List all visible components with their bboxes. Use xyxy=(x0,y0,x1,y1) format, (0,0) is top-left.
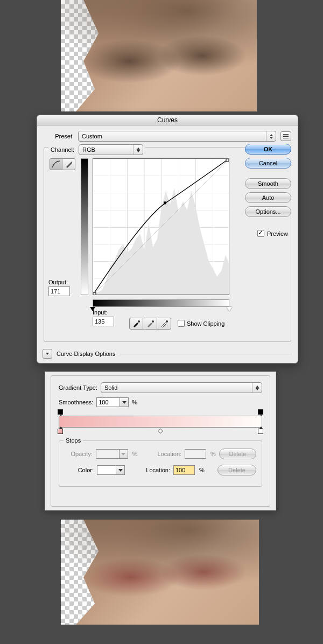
opacity-flyout-button xyxy=(120,449,128,459)
curve-path xyxy=(93,159,229,295)
stops-group-label: Stops xyxy=(64,437,83,444)
ok-button[interactable]: OK xyxy=(245,144,291,155)
opacity-field xyxy=(96,449,128,459)
image-content xyxy=(61,0,257,111)
gradient-type-value: Solid xyxy=(104,384,117,391)
channel-select[interactable]: RGB xyxy=(79,144,143,155)
options-button[interactable]: Options... xyxy=(245,206,291,217)
curve-tools xyxy=(50,158,75,170)
show-clipping-label: Show Clipping xyxy=(187,320,224,327)
stops-group: Stops Opacity: % Location: % Delete Colo… xyxy=(59,440,262,487)
dialog-body: Preset: Custom Channel: RGB xyxy=(37,125,298,363)
image-content xyxy=(61,520,259,625)
gradient-type-select[interactable]: Solid xyxy=(101,382,262,393)
expand-options-button[interactable] xyxy=(43,349,52,359)
select-caret-icon xyxy=(266,131,276,141)
color-swatch[interactable] xyxy=(97,465,116,475)
percent-label: % xyxy=(210,451,216,457)
color-label: Color: xyxy=(65,467,94,473)
midpoint-handle[interactable] xyxy=(158,429,163,434)
svg-line-0 xyxy=(93,159,229,295)
output-field: Output: xyxy=(48,279,70,296)
svg-rect-2 xyxy=(164,201,166,204)
gradient-group: Gradient Type: Solid Smoothness: % Stops xyxy=(51,375,270,507)
preview-row: Preview xyxy=(257,230,288,237)
preset-row: Preset: Custom xyxy=(44,131,291,142)
opacity-location-label: Location: xyxy=(151,451,182,457)
curves-dialog: Curves Preset: Custom Channel: RGB xyxy=(37,115,298,363)
color-stop-right[interactable] xyxy=(258,429,263,434)
gradient-type-label: Gradient Type: xyxy=(59,384,97,391)
opacity-stop-right[interactable] xyxy=(258,409,263,415)
display-options-label: Curve Display Options xyxy=(57,351,115,357)
preview-label: Preview xyxy=(267,230,288,237)
opacity-label: Opacity: xyxy=(65,451,93,457)
vertical-gradient-ramp xyxy=(81,158,88,295)
input-label: Input: xyxy=(93,309,114,316)
color-stop-left[interactable] xyxy=(58,429,63,434)
preview-image-before xyxy=(61,0,257,111)
svg-rect-1 xyxy=(93,292,96,295)
color-stop-row: Color: Location: % Delete xyxy=(65,465,256,475)
preset-menu-button[interactable] xyxy=(280,131,291,141)
color-location-label: Location: xyxy=(138,467,170,473)
black-eyedropper[interactable] xyxy=(129,318,143,330)
output-label: Output: xyxy=(48,279,70,285)
channel-label: Channel: xyxy=(51,146,74,153)
input-input[interactable] xyxy=(93,317,114,326)
smoothness-row: Smoothness: % xyxy=(59,397,262,407)
dialog-title: Curves xyxy=(37,115,298,125)
smoothness-label: Smoothness: xyxy=(59,399,93,405)
white-eyedropper[interactable] xyxy=(157,318,171,330)
auto-button[interactable]: Auto xyxy=(245,192,291,203)
gradient-bar-area xyxy=(59,416,262,428)
preset-select[interactable]: Custom xyxy=(78,131,276,142)
preset-label: Preset: xyxy=(44,133,74,139)
gradient-type-row: Gradient Type: Solid xyxy=(59,382,262,393)
delete-color-stop-button: Delete xyxy=(217,465,256,475)
percent-label: % xyxy=(132,399,137,405)
svg-point-6 xyxy=(166,320,168,323)
gradient-preview-bar[interactable] xyxy=(59,416,262,428)
input-field: Input: xyxy=(93,309,114,326)
svg-rect-3 xyxy=(226,159,229,162)
delete-opacity-stop-button: Delete xyxy=(219,449,256,459)
svg-point-5 xyxy=(152,320,154,323)
percent-label: % xyxy=(132,451,138,457)
curve-display-options: Curve Display Options xyxy=(43,349,292,359)
color-field xyxy=(97,465,125,475)
curve-graph-area xyxy=(93,158,229,295)
show-clipping-row: Show Clipping xyxy=(178,320,224,327)
dialog-buttons: OK Cancel Smooth Auto Options... xyxy=(245,144,291,217)
white-point-slider[interactable] xyxy=(227,307,232,311)
opacity-stop-left[interactable] xyxy=(58,409,63,415)
preview-image-after xyxy=(61,520,259,625)
percent-label: % xyxy=(199,467,205,473)
smoothness-field xyxy=(96,397,129,407)
output-input[interactable] xyxy=(48,286,70,296)
divider xyxy=(120,354,292,354)
channel-value: RGB xyxy=(82,146,95,153)
color-location-input[interactable] xyxy=(173,465,195,475)
svg-point-4 xyxy=(138,320,140,323)
opacity-location-input xyxy=(185,449,206,459)
smoothness-input[interactable] xyxy=(96,397,120,407)
gray-eyedropper[interactable] xyxy=(143,318,157,330)
gradient-editor-panel: Gradient Type: Solid Smoothness: % Stops xyxy=(45,372,276,510)
channel-row: Channel: RGB xyxy=(48,144,145,155)
eyedropper-tools xyxy=(129,318,171,330)
curve-pencil-tool[interactable] xyxy=(62,158,75,170)
select-caret-icon xyxy=(252,383,262,393)
opacity-stop-row: Opacity: % Location: % Delete xyxy=(65,449,256,459)
color-flyout-button[interactable] xyxy=(116,465,125,475)
smooth-button[interactable]: Smooth xyxy=(245,178,291,189)
show-clipping-checkbox[interactable] xyxy=(178,320,185,327)
opacity-input xyxy=(96,449,120,459)
preset-value: Custom xyxy=(82,133,102,139)
preview-checkbox[interactable] xyxy=(257,230,264,237)
cancel-button[interactable]: Cancel xyxy=(245,158,291,169)
horizontal-gradient-ramp xyxy=(93,299,229,307)
curve-point-tool[interactable] xyxy=(50,158,62,170)
curve-graph[interactable] xyxy=(93,158,229,295)
smoothness-flyout-button[interactable] xyxy=(120,397,129,407)
